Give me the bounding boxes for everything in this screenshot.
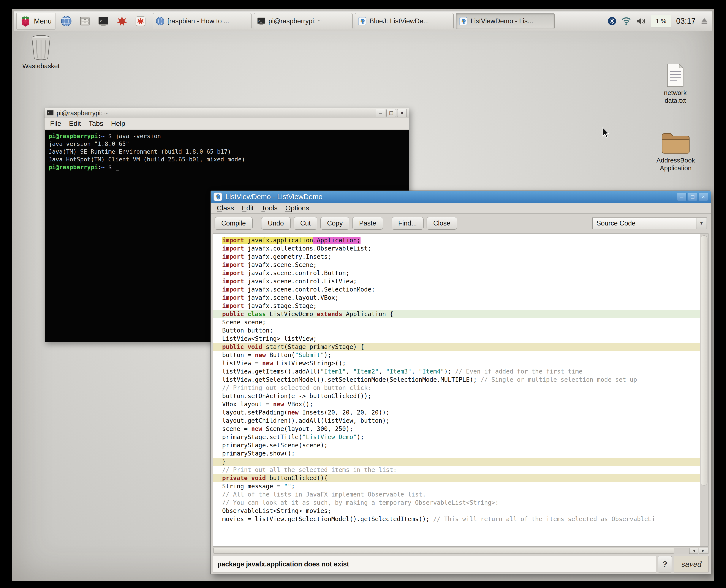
help-button[interactable]: ? — [658, 556, 672, 572]
cut-button[interactable]: Cut — [294, 217, 317, 230]
code-line: import javafx.scene.layout.VBox; — [222, 294, 700, 302]
code-line: } — [213, 458, 700, 466]
code-line: listView.getItems().addAll("Item1", "Ite… — [222, 368, 700, 376]
code-line: layout.getChildren().addAll(listView, bu… — [222, 417, 700, 425]
bluej-icon — [213, 192, 222, 201]
view-mode-value: Source Code — [593, 219, 636, 227]
menu-item-edit[interactable]: Edit — [65, 119, 85, 128]
wastebasket-icon — [29, 34, 53, 61]
code-line: import javafx.scene.Scene; — [222, 261, 700, 269]
task-label: BlueJ: ListViewDe... — [370, 17, 429, 25]
desktop-icon-network-data[interactable]: network data.txt — [647, 63, 703, 104]
desktop: Menu >_ — [12, 9, 714, 581]
clock[interactable]: 03:17 — [676, 17, 696, 26]
eject-icon[interactable] — [700, 17, 708, 25]
code-line: listView = new ListView<String>(); — [222, 359, 700, 368]
code-editor[interactable]: import javafx.application.Application;im… — [213, 233, 708, 547]
icon-label: Application — [645, 164, 706, 172]
copy-button[interactable]: Copy — [320, 217, 349, 230]
task-label: [raspbian - How to ... — [167, 17, 229, 25]
code-line: String message = ""; — [222, 482, 700, 490]
svg-text:>_: >_ — [100, 19, 104, 23]
task-label: ListViewDemo - Lis... — [471, 17, 534, 25]
menu-item-edit[interactable]: Edit — [238, 203, 257, 213]
code-line: layout.setPadding(new Insets(20, 20, 20,… — [222, 408, 700, 417]
minimize-button[interactable]: – — [376, 109, 385, 117]
icon-label: Wastebasket — [15, 62, 67, 70]
code-line: import javafx.geometry.Insets; — [222, 253, 700, 261]
terminal-icon: >_ — [47, 109, 54, 117]
globe-icon — [61, 16, 72, 26]
menu-item-help[interactable]: Help — [107, 119, 129, 128]
scroll-left-icon[interactable]: ◄ — [689, 548, 698, 554]
terminal-line: pi@raspberrypi:~ $ java -version — [48, 132, 405, 140]
horizontal-scrollbar-thumb[interactable] — [213, 548, 674, 554]
system-tray: 1 % 03:17 — [607, 15, 709, 27]
taskbar-window-bluej[interactable]: BlueJ: ListViewDe... — [355, 13, 454, 29]
taskbar-window-listviewdemo[interactable]: ListViewDemo - Lis... — [456, 13, 555, 29]
desktop-icon-addressbook[interactable]: AddressBook Application — [645, 131, 706, 172]
code-line: ListView<String> listView; — [222, 335, 700, 343]
terminal-line: Java(TM) SE Runtime Environment (build 1… — [48, 148, 405, 155]
svg-text:>_: >_ — [48, 111, 51, 114]
chevron-down-icon[interactable]: ▼ — [696, 218, 707, 229]
code-line: // Printing out selected on button click… — [222, 384, 700, 392]
terminal-titlebar[interactable]: >_ pi@raspberrypi: ~ – □ × — [44, 108, 409, 118]
close-button[interactable]: × — [699, 193, 708, 201]
code-line: VBox layout = new VBox(); — [222, 400, 700, 408]
vertical-scrollbar[interactable] — [700, 234, 708, 546]
menu-button[interactable]: Menu — [16, 13, 56, 29]
compile-button[interactable]: Compile — [214, 217, 253, 230]
vertical-scrollbar-thumb[interactable] — [701, 235, 707, 485]
code-line: Scene scene; — [222, 318, 700, 327]
view-mode-select[interactable]: Source Code ▼ — [593, 217, 707, 229]
file-manager-launcher[interactable] — [77, 13, 92, 29]
cpu-monitor[interactable]: 1 % — [651, 15, 671, 27]
code-line: button.setOnAction(e -> buttonClicked())… — [222, 392, 700, 400]
taskbar-windows: [raspbian - How to ... >_ pi@raspberrypi… — [153, 13, 555, 29]
close-button[interactable]: × — [397, 109, 407, 117]
code-line: import javafx.application.Application; — [222, 236, 700, 245]
horizontal-scrollbar[interactable]: ◄ ► — [213, 547, 708, 554]
code-line: public class ListViewDemo extends Applic… — [213, 310, 700, 318]
menu-item-file[interactable]: File — [46, 119, 65, 128]
find-button[interactable]: Find... — [392, 217, 423, 230]
desktop-icon-wastebasket[interactable]: Wastebasket — [15, 34, 67, 70]
taskbar-window-raspbian-browser[interactable]: [raspbian - How to ... — [153, 13, 251, 29]
bluej-statusbar: package javafx.application does not exis… — [213, 556, 708, 572]
menu-item-tabs[interactable]: Tabs — [85, 119, 107, 128]
maximize-button[interactable]: □ — [688, 193, 697, 201]
bluej-window-title: ListViewDemo - ListViewDemo — [225, 193, 323, 201]
wifi-icon[interactable] — [621, 17, 631, 25]
taskbar: Menu >_ — [14, 11, 712, 31]
wolfram-launcher[interactable] — [133, 13, 148, 29]
volume-icon[interactable] — [636, 17, 646, 25]
globe-icon — [156, 17, 165, 25]
paste-button[interactable]: Paste — [352, 217, 383, 230]
code-line: // You can look at it as such, by making… — [222, 499, 700, 507]
bluej-toolbar: Compile Undo Cut Copy Paste Find... Clos… — [211, 214, 711, 233]
code-line: import javafx.stage.Stage; — [222, 302, 700, 310]
undo-button[interactable]: Undo — [261, 217, 291, 230]
terminal-icon: >_ — [98, 16, 109, 26]
terminal-menubar: FileEditTabsHelp — [44, 118, 409, 129]
maximize-button[interactable]: □ — [387, 109, 396, 117]
wolfram-icon — [135, 16, 146, 26]
menu-item-options[interactable]: Options — [282, 203, 313, 213]
scroll-right-icon[interactable]: ► — [699, 548, 708, 554]
taskbar-window-terminal[interactable]: >_ pi@raspberrypi: ~ — [254, 13, 353, 29]
folder-icon — [661, 131, 691, 155]
menu-item-class[interactable]: Class — [213, 203, 238, 213]
mathematica-launcher[interactable] — [114, 13, 130, 29]
menu-item-tools[interactable]: Tools — [257, 203, 282, 213]
close-button[interactable]: Close — [427, 217, 457, 230]
minimize-button[interactable]: – — [677, 193, 686, 201]
browser-launcher[interactable] — [59, 13, 74, 29]
terminal-icon: >_ — [257, 17, 266, 25]
code-line: import javafx.scene.control.Button; — [222, 269, 700, 277]
terminal-launcher[interactable]: >_ — [96, 13, 111, 29]
bluetooth-icon[interactable] — [607, 17, 617, 26]
bluej-titlebar[interactable]: ListViewDemo - ListViewDemo – □ × — [211, 191, 711, 203]
code-line: import javafx.collections.ObservableList… — [222, 245, 700, 253]
bluej-icon — [459, 17, 468, 25]
